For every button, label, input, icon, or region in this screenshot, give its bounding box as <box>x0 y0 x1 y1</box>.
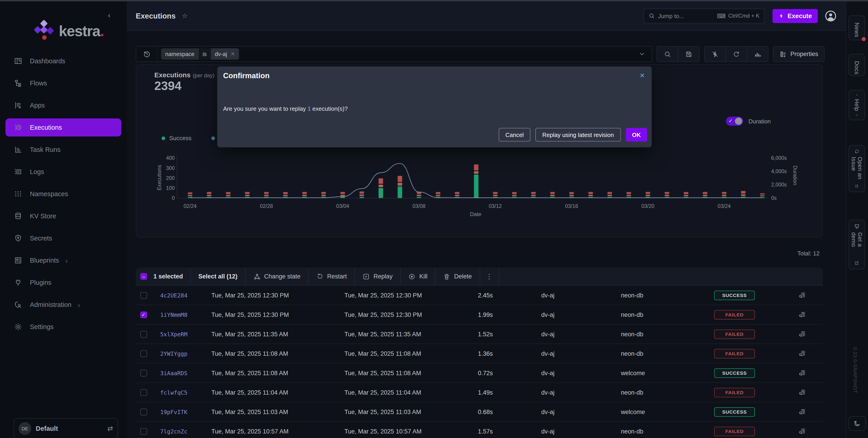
kestra-logo[interactable]: kestra. <box>34 20 104 43</box>
help-button[interactable]: Help <box>848 90 865 120</box>
news-button[interactable]: News <box>848 15 865 40</box>
kill-button[interactable]: Kill <box>400 268 435 285</box>
modal-close-icon[interactable]: ✕ <box>640 72 645 79</box>
select-all-button[interactable]: Select all (12) <box>191 268 245 285</box>
row-checkbox[interactable] <box>140 408 147 415</box>
delete-button[interactable]: Delete <box>435 268 479 285</box>
execution-id-link[interactable]: 4c2UE284 <box>151 292 206 299</box>
execution-id-link[interactable]: 1iYNmmM8 <box>151 311 206 318</box>
sidebar-item-flows[interactable]: Flows <box>5 74 121 92</box>
external-link-icon <box>854 261 859 265</box>
chip-remove-icon[interactable]: ✕ <box>231 51 235 57</box>
select-all-checkbox[interactable]: – <box>140 273 147 280</box>
execution-id-link[interactable]: fclwfqC5 <box>151 389 206 396</box>
open-an-issue-button[interactable]: Open an Issue <box>848 145 865 192</box>
filter-dropdown-chevron-icon[interactable] <box>632 50 652 58</box>
sidebar-item-settings[interactable]: Settings <box>5 318 121 336</box>
table-row[interactable]: 4c2UE284 Tue, Mar 25, 2025 12:30 PM Tue,… <box>136 286 823 305</box>
row-checkbox[interactable] <box>140 370 147 376</box>
execution-id-link[interactable]: 3iAaaRDS <box>151 370 206 376</box>
replay-latest-revision-button[interactable]: Replay using latest revision <box>536 128 621 141</box>
filter-search-button[interactable] <box>657 46 678 62</box>
row-overview-icon[interactable] <box>798 291 823 299</box>
sidebar-item-executions[interactable]: Executions <box>5 119 121 136</box>
sidebar-item-logs[interactable]: Logs <box>5 163 121 181</box>
end-date: Tue, Mar 25, 2025 10:57 AM <box>339 428 470 435</box>
execution-id-link[interactable]: 19pFvITK <box>151 408 206 415</box>
sidebar-item-blueprints[interactable]: Blueprints › <box>5 251 121 269</box>
execution-id-link[interactable]: 5xlXpeRM <box>151 331 206 337</box>
restart-button[interactable]: Restart <box>308 268 354 285</box>
table-row[interactable]: ✓ 1iYNmmM8 Tue, Mar 25, 2025 12:30 PM Tu… <box>136 305 823 325</box>
auto-refresh-off-button[interactable] <box>705 46 726 62</box>
filter-chip-value[interactable]: dv-aj✕ <box>211 48 239 60</box>
filter-history-icon[interactable] <box>136 46 157 62</box>
table-row[interactable]: 3iAaaRDS Tue, Mar 25, 2025 11:08 AM Tue,… <box>136 363 823 383</box>
sidebar-collapse-icon[interactable]: ‹ <box>108 11 111 20</box>
duration: 1.36s <box>470 350 493 357</box>
svg-text:0s: 0s <box>771 195 777 201</box>
docs-button[interactable]: Docs <box>848 54 865 76</box>
get-a-demo-button[interactable]: Get a demo <box>848 220 865 269</box>
execute-button[interactable]: Execute <box>773 9 818 23</box>
sidebar-item-plugins[interactable]: Plugins <box>5 273 121 292</box>
sidebar-item-namespaces[interactable]: Namespaces <box>5 185 121 203</box>
row-overview-icon[interactable] <box>798 369 823 377</box>
bar-chart-button[interactable] <box>747 46 768 62</box>
row-checkbox[interactable] <box>140 350 147 357</box>
replay-button[interactable]: Replay <box>354 268 400 285</box>
end-date: Tue, Mar 25, 2025 12:30 PM <box>339 311 470 318</box>
properties-button[interactable]: Properties <box>773 46 825 62</box>
row-overview-icon[interactable] <box>798 350 823 357</box>
row-checkbox[interactable] <box>140 331 147 337</box>
tenant-selector[interactable]: DE Default ⇄ <box>13 418 118 438</box>
row-checkbox[interactable] <box>140 292 147 299</box>
filter-save-button[interactable] <box>678 46 700 62</box>
change-state-button[interactable]: Change state <box>245 268 308 285</box>
more-actions-button[interactable]: ⋮ <box>479 268 498 285</box>
sidebar-item-label: Namespaces <box>30 190 68 198</box>
table-row[interactable]: 5xlXpeRM Tue, Mar 25, 2025 11:35 AM Tue,… <box>136 325 823 344</box>
execution-id-link[interactable]: 2YWIYggp <box>151 350 206 357</box>
tenant-switch-icon[interactable]: ⇄ <box>107 425 113 433</box>
tenant-name: Default <box>36 425 107 432</box>
svg-text:03/20: 03/20 <box>641 203 654 209</box>
row-overview-icon[interactable] <box>798 427 823 435</box>
table-row[interactable]: 2YWIYggp Tue, Mar 25, 2025 11:08 AM Tue,… <box>136 344 823 363</box>
ok-button[interactable]: OK <box>626 128 647 141</box>
favorite-star-icon[interactable]: ☆ <box>182 12 188 20</box>
secrets-icon <box>13 234 23 243</box>
namespace: dv-aj <box>493 311 621 318</box>
sidebar-item-kv-store[interactable]: KV Store <box>5 207 121 225</box>
filter-chip-operator[interactable]: is <box>198 48 211 60</box>
table-row[interactable]: 19pFvITK Tue, Mar 25, 2025 11:03 AM Tue,… <box>136 402 823 422</box>
status-badge: FAILED <box>714 310 755 319</box>
execution-id-link[interactable]: 7lg2cnZc <box>151 428 206 435</box>
filter-chip-field[interactable]: namespace <box>161 48 198 60</box>
sidebar-item-secrets[interactable]: Secrets <box>5 229 121 247</box>
total-count: Total: 12 <box>797 250 819 257</box>
row-checkbox[interactable] <box>140 428 147 435</box>
flow: neon-db <box>621 331 713 337</box>
table-row[interactable]: fclwfqC5 Tue, Mar 25, 2025 11:04 AM Tue,… <box>136 383 823 402</box>
row-checkbox[interactable]: ✓ <box>140 311 147 318</box>
sidebar-item-dashboards[interactable]: Dashboards <box>5 52 121 70</box>
table-row[interactable]: 7lg2cnZc Tue, Mar 25, 2025 10:57 AM Tue,… <box>136 422 823 438</box>
row-overview-icon[interactable] <box>798 389 823 396</box>
filter-input[interactable]: namespace is dv-aj✕ <box>136 46 652 62</box>
row-checkbox[interactable] <box>140 389 147 396</box>
search-input[interactable]: Jump to... ⌨Ctrl/Cmd + K <box>644 8 765 23</box>
row-overview-icon[interactable] <box>798 408 823 416</box>
sidebar-item-administration[interactable]: Administration › <box>5 296 121 314</box>
lightning-icon <box>779 13 784 19</box>
user-avatar[interactable] <box>825 10 836 22</box>
theme-toggle-button[interactable] <box>848 416 866 431</box>
row-overview-icon[interactable] <box>798 311 823 318</box>
sidebar-item-task-runs[interactable]: Task Runs <box>5 141 121 159</box>
cancel-button[interactable]: Cancel <box>499 128 531 141</box>
sidebar: ‹ kestra. Dashboards Flows Apps Execut <box>0 1 127 438</box>
sidebar-item-apps[interactable]: Apps <box>5 96 121 114</box>
sidebar-item-label: Settings <box>30 323 54 330</box>
refresh-button[interactable] <box>726 46 747 62</box>
row-overview-icon[interactable] <box>798 330 823 338</box>
